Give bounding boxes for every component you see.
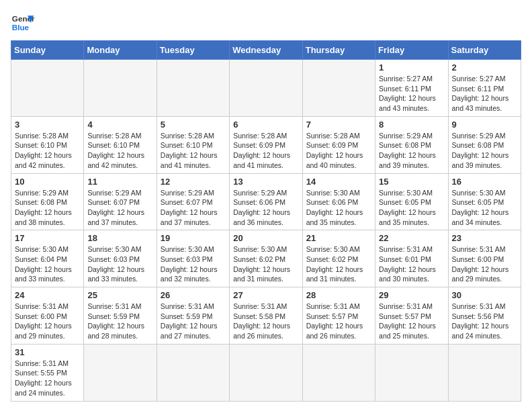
day-info: Sunrise: 5:31 AM Sunset: 5:57 PM Dayligh… <box>379 302 444 341</box>
calendar-cell: 31Sunrise: 5:31 AM Sunset: 5:55 PM Dayli… <box>11 344 84 401</box>
day-number: 23 <box>452 233 517 243</box>
svg-text:Blue: Blue <box>12 23 30 32</box>
calendar-cell: 8Sunrise: 5:29 AM Sunset: 6:08 PM Daylig… <box>375 116 448 173</box>
calendar-week-5: 24Sunrise: 5:31 AM Sunset: 6:00 PM Dayli… <box>11 287 521 345</box>
day-info: Sunrise: 5:31 AM Sunset: 5:57 PM Dayligh… <box>306 302 371 341</box>
calendar-cell <box>84 60 157 117</box>
calendar-week-3: 10Sunrise: 5:29 AM Sunset: 6:08 PM Dayli… <box>11 173 521 230</box>
weekday-header-tuesday: Tuesday <box>157 41 229 60</box>
calendar-cell: 3Sunrise: 5:28 AM Sunset: 6:10 PM Daylig… <box>11 116 84 173</box>
day-info: Sunrise: 5:31 AM Sunset: 5:55 PM Dayligh… <box>15 359 80 398</box>
calendar-cell: 7Sunrise: 5:28 AM Sunset: 6:09 PM Daylig… <box>302 116 375 173</box>
day-info: Sunrise: 5:27 AM Sunset: 6:11 PM Dayligh… <box>452 74 517 113</box>
calendar-cell <box>302 344 375 401</box>
day-info: Sunrise: 5:29 AM Sunset: 6:07 PM Dayligh… <box>87 188 152 228</box>
day-info: Sunrise: 5:29 AM Sunset: 6:07 PM Dayligh… <box>161 188 226 228</box>
day-number: 12 <box>161 177 226 187</box>
calendar-cell: 25Sunrise: 5:31 AM Sunset: 5:59 PM Dayli… <box>84 287 157 345</box>
day-info: Sunrise: 5:30 AM Sunset: 6:02 PM Dayligh… <box>306 244 371 284</box>
day-info: Sunrise: 5:30 AM Sunset: 6:03 PM Dayligh… <box>87 244 152 284</box>
day-number: 1 <box>379 62 444 73</box>
day-number: 2 <box>452 62 517 73</box>
calendar-cell <box>157 344 229 401</box>
day-number: 20 <box>233 233 298 243</box>
day-number: 10 <box>15 177 80 187</box>
day-number: 28 <box>306 290 371 300</box>
calendar-week-4: 17Sunrise: 5:30 AM Sunset: 6:04 PM Dayli… <box>11 230 521 287</box>
calendar-header: SundayMondayTuesdayWednesdayThursdayFrid… <box>11 41 521 60</box>
calendar-cell: 28Sunrise: 5:31 AM Sunset: 5:57 PM Dayli… <box>302 287 375 345</box>
day-info: Sunrise: 5:31 AM Sunset: 6:01 PM Dayligh… <box>379 244 444 284</box>
day-info: Sunrise: 5:28 AM Sunset: 6:10 PM Dayligh… <box>161 131 226 171</box>
day-number: 4 <box>87 120 152 130</box>
weekday-header-sunday: Sunday <box>11 41 84 60</box>
day-number: 14 <box>306 177 371 187</box>
weekday-row: SundayMondayTuesdayWednesdayThursdayFrid… <box>11 41 521 60</box>
calendar-cell: 1Sunrise: 5:27 AM Sunset: 6:11 PM Daylig… <box>375 60 448 117</box>
day-info: Sunrise: 5:29 AM Sunset: 6:08 PM Dayligh… <box>15 188 80 228</box>
day-number: 30 <box>452 290 517 300</box>
calendar-cell: 22Sunrise: 5:31 AM Sunset: 6:01 PM Dayli… <box>375 230 448 287</box>
calendar-week-1: 1Sunrise: 5:27 AM Sunset: 6:11 PM Daylig… <box>11 60 521 117</box>
day-number: 3 <box>15 120 80 130</box>
calendar-cell: 27Sunrise: 5:31 AM Sunset: 5:58 PM Dayli… <box>230 287 302 345</box>
day-info: Sunrise: 5:27 AM Sunset: 6:11 PM Dayligh… <box>379 74 444 113</box>
calendar-cell: 12Sunrise: 5:29 AM Sunset: 6:07 PM Dayli… <box>157 173 229 230</box>
calendar-cell <box>84 344 157 401</box>
day-info: Sunrise: 5:29 AM Sunset: 6:08 PM Dayligh… <box>452 131 517 171</box>
day-info: Sunrise: 5:30 AM Sunset: 6:03 PM Dayligh… <box>161 244 226 284</box>
calendar-cell: 24Sunrise: 5:31 AM Sunset: 6:00 PM Dayli… <box>11 287 84 345</box>
calendar-cell <box>375 344 448 401</box>
day-number: 18 <box>87 233 152 243</box>
calendar-week-6: 31Sunrise: 5:31 AM Sunset: 5:55 PM Dayli… <box>11 344 521 401</box>
calendar-cell: 6Sunrise: 5:28 AM Sunset: 6:09 PM Daylig… <box>230 116 302 173</box>
day-number: 5 <box>161 120 226 130</box>
day-number: 22 <box>379 233 444 243</box>
day-info: Sunrise: 5:28 AM Sunset: 6:10 PM Dayligh… <box>87 131 152 171</box>
day-number: 11 <box>87 177 152 187</box>
day-info: Sunrise: 5:31 AM Sunset: 6:00 PM Dayligh… <box>452 244 517 284</box>
calendar-cell: 29Sunrise: 5:31 AM Sunset: 5:57 PM Dayli… <box>375 287 448 345</box>
day-info: Sunrise: 5:30 AM Sunset: 6:02 PM Dayligh… <box>233 244 298 284</box>
calendar-cell <box>11 60 84 117</box>
calendar-cell: 5Sunrise: 5:28 AM Sunset: 6:10 PM Daylig… <box>157 116 229 173</box>
calendar-cell: 2Sunrise: 5:27 AM Sunset: 6:11 PM Daylig… <box>448 60 521 117</box>
day-info: Sunrise: 5:31 AM Sunset: 5:56 PM Dayligh… <box>452 302 517 341</box>
calendar-cell: 9Sunrise: 5:29 AM Sunset: 6:08 PM Daylig… <box>448 116 521 173</box>
day-number: 19 <box>161 233 226 243</box>
day-info: Sunrise: 5:30 AM Sunset: 6:05 PM Dayligh… <box>379 188 444 228</box>
day-number: 24 <box>15 290 80 300</box>
day-number: 25 <box>87 290 152 300</box>
day-number: 31 <box>15 347 80 357</box>
calendar-cell: 23Sunrise: 5:31 AM Sunset: 6:00 PM Dayli… <box>448 230 521 287</box>
calendar-cell <box>157 60 229 117</box>
calendar-cell: 20Sunrise: 5:30 AM Sunset: 6:02 PM Dayli… <box>230 230 302 287</box>
calendar-cell: 15Sunrise: 5:30 AM Sunset: 6:05 PM Dayli… <box>375 173 448 230</box>
day-info: Sunrise: 5:28 AM Sunset: 6:09 PM Dayligh… <box>306 131 371 171</box>
day-number: 13 <box>233 177 298 187</box>
calendar-cell <box>230 344 302 401</box>
weekday-header-monday: Monday <box>84 41 157 60</box>
calendar-cell <box>302 60 375 117</box>
day-info: Sunrise: 5:28 AM Sunset: 6:09 PM Dayligh… <box>233 131 298 171</box>
day-number: 6 <box>233 120 298 130</box>
logo: General Blue <box>11 11 35 35</box>
day-number: 26 <box>161 290 226 300</box>
day-info: Sunrise: 5:28 AM Sunset: 6:10 PM Dayligh… <box>15 131 80 171</box>
day-number: 7 <box>306 120 371 130</box>
calendar-cell: 14Sunrise: 5:30 AM Sunset: 6:06 PM Dayli… <box>302 173 375 230</box>
calendar-table: SundayMondayTuesdayWednesdayThursdayFrid… <box>11 40 521 402</box>
page-header: General Blue <box>11 11 521 35</box>
calendar-cell: 18Sunrise: 5:30 AM Sunset: 6:03 PM Dayli… <box>84 230 157 287</box>
day-info: Sunrise: 5:29 AM Sunset: 6:08 PM Dayligh… <box>379 131 444 171</box>
weekday-header-thursday: Thursday <box>302 41 375 60</box>
weekday-header-friday: Friday <box>375 41 448 60</box>
day-info: Sunrise: 5:31 AM Sunset: 5:59 PM Dayligh… <box>161 302 226 341</box>
day-info: Sunrise: 5:31 AM Sunset: 6:00 PM Dayligh… <box>15 302 80 341</box>
calendar-cell <box>448 344 521 401</box>
day-number: 9 <box>452 120 517 130</box>
day-info: Sunrise: 5:31 AM Sunset: 5:59 PM Dayligh… <box>87 302 152 341</box>
calendar-body: 1Sunrise: 5:27 AM Sunset: 6:11 PM Daylig… <box>11 60 521 402</box>
calendar-cell: 19Sunrise: 5:30 AM Sunset: 6:03 PM Dayli… <box>157 230 229 287</box>
calendar-week-2: 3Sunrise: 5:28 AM Sunset: 6:10 PM Daylig… <box>11 116 521 173</box>
